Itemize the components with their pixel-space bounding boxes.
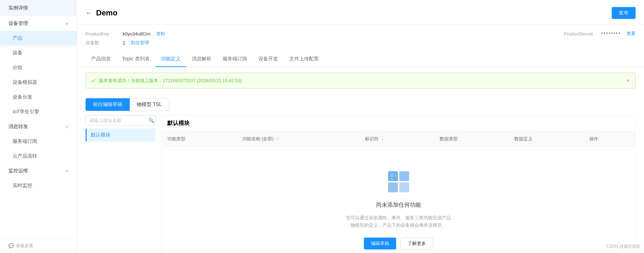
tab-device-development[interactable]: 设备开发 bbox=[253, 52, 284, 67]
view-secret-link[interactable]: 查看 bbox=[626, 31, 636, 37]
empty-desc: 您可以通过添加属性、事件、服务三类功能完成产品物模型的定义，产品下的设备都会继承… bbox=[346, 214, 451, 229]
table-area: 默认模块 功能类型 功能名称 (全部) ▽ bbox=[161, 115, 636, 253]
sidebar-item-service-subscribe[interactable]: 服务端订阅 bbox=[0, 134, 77, 149]
svg-rect-5 bbox=[395, 173, 396, 177]
sidebar-item-device[interactable]: 设备 bbox=[0, 46, 77, 60]
edit-draft-button[interactable]: 编辑草稿 bbox=[364, 238, 396, 249]
chevron-up-icon: ∧ bbox=[65, 124, 68, 129]
tab-feature-definition[interactable]: 功能定义 bbox=[155, 52, 186, 67]
meta-row-productkey: ProductKey k0yo34u8Cim 复制 ProductSecret … bbox=[86, 31, 636, 37]
sub-tabs: 前往编辑草稿 物模型 TSL bbox=[77, 94, 644, 115]
sidebar-item-iot-living[interactable]: IoT孪生引擎 bbox=[0, 105, 77, 119]
feedback-label: 新版反馈 bbox=[16, 243, 33, 249]
meta-section: ProductKey k0yo34u8Cim 复制 ProductSecret … bbox=[77, 25, 644, 52]
sidebar-item-group[interactable]: 分组 bbox=[0, 60, 77, 75]
publish-button[interactable]: 发布 bbox=[612, 7, 636, 19]
sidebar-section-monitor-ops[interactable]: 监控运维 ∧ bbox=[0, 164, 77, 178]
module-list: 🔍 默认模块 bbox=[86, 115, 156, 253]
success-icon: ✓ bbox=[91, 77, 96, 84]
sidebar-item-device-distribution[interactable]: 设备分发 bbox=[0, 90, 77, 105]
page-title-area: ← Demo bbox=[86, 8, 117, 18]
tab-file-upload-config[interactable]: 文件上传配置 bbox=[284, 52, 324, 67]
sidebar-item-label: 服务端订阅 bbox=[13, 138, 37, 144]
empty-icon bbox=[385, 168, 413, 196]
sidebar-item-label: 实时监控 bbox=[13, 182, 32, 188]
svg-rect-1 bbox=[399, 171, 409, 181]
sidebar-item-label: 设备 bbox=[13, 50, 22, 55]
main-content: ← Demo 发布 ProductKey k0yo34u8Cim 复制 Prod… bbox=[77, 0, 644, 253]
feedback-bar[interactable]: 💬 新版反馈 bbox=[0, 238, 77, 253]
th-operation: 操作 bbox=[584, 132, 635, 147]
content-area: 🔍 默认模块 默认模块 功能类型 bbox=[77, 115, 644, 253]
table-header-row: 功能类型 功能名称 (全部) ▽ 标识符 ↕ 数据类型 bbox=[162, 132, 635, 147]
sidebar-item-label: 分组 bbox=[13, 65, 22, 70]
filter-icon[interactable]: ▽ bbox=[276, 137, 279, 141]
feedback-icon: 💬 bbox=[8, 243, 14, 248]
search-icon: 🔍 bbox=[148, 118, 154, 123]
sidebar: 实例详情 设备管理 ∧ 产品 设备 分组 设备模拟器 设备分发 IoT孪生引擎 … bbox=[0, 0, 77, 253]
sidebar-item-device-simulator[interactable]: 设备模拟器 bbox=[0, 75, 77, 90]
page-title: Demo bbox=[96, 8, 117, 18]
tab-product-info[interactable]: 产品信息 bbox=[86, 52, 116, 67]
sidebar-section-label: 设备管理 bbox=[8, 20, 28, 27]
table-header-section: 默认模块 bbox=[162, 115, 635, 132]
productsecret-label: ProductSecret bbox=[564, 31, 596, 36]
sidebar-section-label: 消息转发 bbox=[8, 124, 28, 130]
tab-service-subscribe[interactable]: 服务端订阅 bbox=[217, 52, 253, 67]
chevron-up-icon: ∧ bbox=[65, 21, 68, 26]
productsecret-value: ******** bbox=[601, 31, 621, 36]
back-button[interactable]: ← bbox=[86, 9, 92, 17]
tab-topic-list[interactable]: Topic 类列表 bbox=[116, 52, 155, 67]
feature-table: 功能类型 功能名称 (全部) ▽ 标识符 ↕ 数据类型 bbox=[162, 132, 635, 253]
th-feature-name: 功能名称 (全部) ▽ bbox=[237, 132, 360, 147]
empty-state: 尚未添加任何功能 您可以通过添加属性、事件、服务三类功能完成产品物模型的定义，产… bbox=[162, 147, 635, 253]
sub-tab-tsl-model[interactable]: 物模型 TSL bbox=[130, 98, 169, 111]
sidebar-section-label: 监控运维 bbox=[8, 168, 28, 174]
manage-devices-link[interactable]: 前往管理 bbox=[131, 40, 149, 46]
sidebar-item-instance-detail[interactable]: 实例详情 bbox=[0, 0, 77, 16]
copy-button[interactable]: 复制 bbox=[156, 31, 165, 37]
chevron-up-icon: ∧ bbox=[65, 168, 68, 173]
sidebar-item-label: IoT孪生引擎 bbox=[13, 109, 39, 114]
sidebar-section-message-forward[interactable]: 消息转发 ∧ bbox=[0, 119, 77, 134]
svg-rect-6 bbox=[390, 178, 394, 180]
productkey-value: k0yo34u8Cim bbox=[123, 31, 151, 36]
meta-row-devicecount: 设备数 2 前往管理 bbox=[86, 40, 636, 46]
sort-icon[interactable]: ↕ bbox=[381, 137, 383, 141]
svg-rect-2 bbox=[388, 182, 398, 192]
th-data-definition: 数据定义 bbox=[509, 132, 584, 147]
empty-title: 尚未添加任何功能 bbox=[376, 201, 421, 209]
learn-more-button[interactable]: 了解更多 bbox=[400, 238, 433, 249]
sidebar-item-label: 设备模拟器 bbox=[13, 79, 37, 85]
sidebar-item-cloud-product-flow[interactable]: 云产品流转 bbox=[0, 149, 77, 164]
sidebar-item-realtime-monitor[interactable]: 实时监控 bbox=[0, 178, 77, 193]
sidebar-item-label: 云产品流转 bbox=[13, 153, 37, 159]
sidebar-item-product[interactable]: 产品 bbox=[0, 31, 77, 46]
device-count-label: 设备数 bbox=[86, 40, 117, 46]
sidebar-item-label: 实例详情 bbox=[8, 5, 28, 11]
close-banner-button[interactable]: × bbox=[626, 78, 630, 84]
th-identifier: 标识符 ↕ bbox=[359, 132, 434, 147]
productkey-label: ProductKey bbox=[86, 31, 117, 36]
success-banner: ✓ 版本发布成功！当前线上版本：1711093373107 (2024/03/2… bbox=[86, 73, 636, 88]
th-data-type: 数据类型 bbox=[434, 132, 509, 147]
module-item-label: 默认模块 bbox=[91, 132, 110, 138]
main-tabs: 产品信息 Topic 类列表 功能定义 消息解析 服务端订阅 设备开发 文件上传… bbox=[77, 52, 644, 67]
empty-actions: 编辑草稿 了解更多 bbox=[364, 238, 433, 249]
sub-tab-edit-draft[interactable]: 前往编辑草稿 bbox=[86, 98, 130, 111]
svg-rect-3 bbox=[399, 182, 409, 192]
module-search[interactable]: 🔍 bbox=[86, 115, 156, 126]
tab-message-parsing[interactable]: 消息解析 bbox=[186, 52, 217, 67]
sidebar-item-label: 设备分发 bbox=[13, 94, 32, 100]
sidebar-section-device-management[interactable]: 设备管理 ∧ bbox=[0, 16, 77, 31]
th-feature-type: 功能类型 bbox=[162, 132, 237, 147]
module-search-input[interactable] bbox=[89, 118, 148, 123]
sidebar-item-label: 产品 bbox=[13, 35, 22, 41]
module-name: 默认模块 bbox=[167, 120, 190, 126]
svg-rect-4 bbox=[390, 173, 394, 177]
module-item-default[interactable]: 默认模块 bbox=[86, 128, 156, 142]
page-content: ← Demo 发布 ProductKey k0yo34u8Cim 复制 Prod… bbox=[77, 0, 644, 253]
page-header: ← Demo 发布 bbox=[77, 0, 644, 25]
success-banner-content: ✓ 版本发布成功！当前线上版本：1711093373107 (2024/03/2… bbox=[91, 77, 242, 84]
success-message: 版本发布成功！当前线上版本：1711093373107 (2024/03/22 … bbox=[99, 78, 242, 84]
